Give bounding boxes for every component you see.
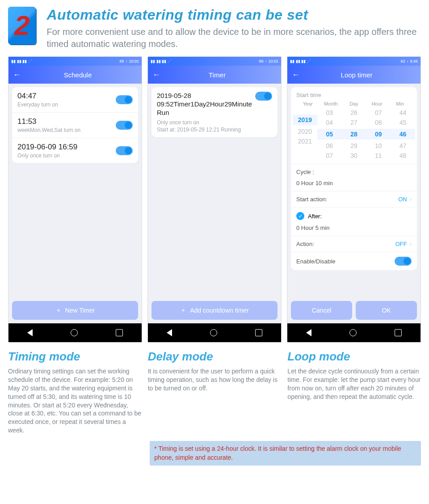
phone-timer: ▮▮ ▮▮ ▮▮ ⋰ 88› 10:01 ← Timer 2019-05-28 …: [147, 56, 282, 343]
back-icon[interactable]: ←: [292, 70, 300, 80]
nav-back-icon[interactable]: [167, 329, 172, 336]
plus-icon: ＋: [180, 306, 186, 314]
start-action-row[interactable]: Start action:ON›: [291, 191, 417, 207]
phone-loop: ▮▮ ▮▮ ▮▮ ⋰ 92› 9:46 ← Loop timer Start t…: [287, 56, 421, 343]
caption-delay: Delay mode It is convenient for the user…: [148, 348, 282, 393]
phone-schedule: ▮▮ ▮▮ ▮▮ ⋰ 88› 10:01 ← Schedule 04:47Eve…: [8, 56, 142, 343]
hero: 2 Automatic watering timing can be set F…: [8, 7, 421, 50]
button-label: New Timer: [65, 307, 95, 314]
title-bar: ← Schedule: [8, 66, 142, 84]
action-value: OFF: [395, 241, 407, 247]
add-countdown-button[interactable]: ＋Add countdown timer: [151, 301, 278, 320]
status-bar: ▮▮ ▮▮ ▮▮ ⋰ 88› 10:01: [148, 57, 281, 66]
check-icon[interactable]: ✓: [296, 212, 304, 220]
action-row[interactable]: Action:OFF›: [291, 236, 417, 252]
start-action-label: Start action:: [296, 196, 327, 203]
datetime-picker[interactable]: 201920202021 0304050607 2627282930 07080…: [291, 109, 417, 164]
after-value-row[interactable]: 0 Hour 5 min: [291, 224, 417, 236]
schedule-row[interactable]: 11:53weekMon,Wed,Sat turn on: [12, 113, 138, 138]
cancel-button[interactable]: Cancel: [291, 301, 352, 320]
step-badge: 2: [8, 7, 36, 44]
plus-icon: ＋: [55, 306, 62, 314]
after-value: 0 Hour 5 min: [296, 224, 329, 231]
loop-form: Start time Year Month Day Hour Min 20192…: [291, 87, 417, 270]
caption-title: Loop mode: [287, 350, 421, 364]
picker-day[interactable]: 2627282930: [342, 109, 366, 159]
toggle-switch[interactable]: [116, 121, 133, 130]
hero-title: Automatic watering timing can be set: [46, 7, 421, 23]
status-time: 9:46: [410, 59, 418, 64]
start-time-label: Start time: [291, 87, 417, 101]
battery-value: 92: [400, 59, 405, 64]
caption-title: Timing mode: [8, 350, 142, 364]
status-time: 10:01: [268, 59, 278, 64]
action-label: Action:: [296, 241, 314, 247]
schedule-row[interactable]: 2019-06-09 16:59Only once turn on: [12, 138, 138, 163]
schedule-desc: Everyday turn on: [17, 102, 58, 108]
after-row[interactable]: ✓After:: [291, 207, 417, 224]
caption-body: Ordinary timing settings can set the wor…: [8, 367, 142, 435]
nav-recent-icon[interactable]: [255, 329, 262, 336]
caption-body: Let the device cycle continuously from a…: [287, 367, 421, 401]
cycle-value-row[interactable]: 0 Hour 10 min: [291, 180, 417, 191]
button-label: Add countdown timer: [190, 307, 249, 314]
picker-header: Year Month Day Hour Min: [291, 101, 417, 109]
enable-row[interactable]: Enable/Disable: [291, 252, 417, 270]
after-label: After:: [308, 213, 322, 220]
android-nav: [148, 323, 281, 342]
toggle-switch[interactable]: [116, 95, 133, 104]
footnote: * Timing is set using a 24-hour clock. I…: [150, 441, 421, 466]
picker-hour[interactable]: 0708091011: [366, 109, 391, 159]
status-bar: ▮▮ ▮▮ ▮▮ ⋰ 92› 9:46: [287, 57, 421, 66]
enable-label: Enable/Disable: [296, 258, 335, 265]
toggle-switch[interactable]: [395, 257, 412, 266]
screen-title: Timer: [166, 71, 277, 79]
schedule-time: 2019-06-09 16:59: [17, 143, 77, 152]
picker-month[interactable]: 0304050607: [317, 109, 342, 159]
timer-card[interactable]: 2019-05-28 09:52Timer1Day2Hour29Minute R…: [151, 87, 278, 137]
signal-icon: ▮▮ ▮▮ ▮▮ ⋰: [290, 59, 311, 64]
caption-loop: Loop mode Let the device cycle continuou…: [287, 348, 421, 435]
nav-home-icon[interactable]: [71, 329, 78, 336]
button-label: Cancel: [312, 307, 332, 314]
title-bar: ← Timer: [148, 66, 281, 84]
h-day: Day: [342, 101, 366, 106]
schedule-row[interactable]: 04:47Everyday turn on: [12, 87, 138, 113]
back-icon[interactable]: ←: [152, 70, 160, 80]
title-bar: ← Loop timer: [287, 66, 421, 84]
battery-value: 88: [259, 59, 263, 64]
toggle-switch[interactable]: [255, 92, 272, 101]
picker-min[interactable]: 4445464748: [391, 109, 415, 159]
cycle-label: Cycle :: [296, 169, 314, 175]
cycle-row[interactable]: Cycle :: [291, 164, 417, 180]
h-hour: Hour: [366, 101, 389, 106]
nav-back-icon[interactable]: [306, 329, 311, 336]
nav-back-icon[interactable]: [27, 329, 33, 336]
signal-icon: ▮▮ ▮▮ ▮▮ ⋰: [11, 59, 32, 64]
start-action-value: ON: [398, 196, 407, 203]
schedule-time: 11:53: [17, 117, 80, 126]
caption-title: Delay mode: [148, 350, 282, 364]
nav-recent-icon[interactable]: [395, 329, 402, 336]
schedule-time: 04:47: [17, 92, 58, 101]
back-icon[interactable]: ←: [13, 70, 21, 80]
step-number: 2: [14, 12, 29, 39]
signal-icon: ▮▮ ▮▮ ▮▮ ⋰: [151, 59, 172, 64]
h-min: Min: [388, 101, 412, 106]
schedule-list: 04:47Everyday turn on 11:53weekMon,Wed,S…: [12, 87, 138, 163]
nav-home-icon[interactable]: [349, 329, 357, 336]
nav-recent-icon[interactable]: [116, 329, 123, 336]
nav-home-icon[interactable]: [210, 329, 217, 336]
hero-subtitle: For more convenient use and to allow the…: [46, 26, 421, 50]
timer-primary: 2019-05-28 09:52Timer1Day2Hour29Minute R…: [157, 92, 247, 117]
new-timer-button[interactable]: ＋New Timer: [12, 301, 138, 320]
battery-value: 88: [119, 59, 124, 64]
picker-year[interactable]: 201920202021: [293, 109, 317, 159]
h-month: Month: [320, 101, 343, 106]
ok-button[interactable]: OK: [356, 301, 417, 320]
schedule-desc: Only once turn on: [17, 152, 77, 159]
status-time: 10:01: [129, 59, 139, 64]
timer-running: Start at: 2019-05-29 12:21 Running: [157, 127, 247, 133]
toggle-switch[interactable]: [116, 146, 133, 155]
h-year: Year: [296, 101, 320, 106]
